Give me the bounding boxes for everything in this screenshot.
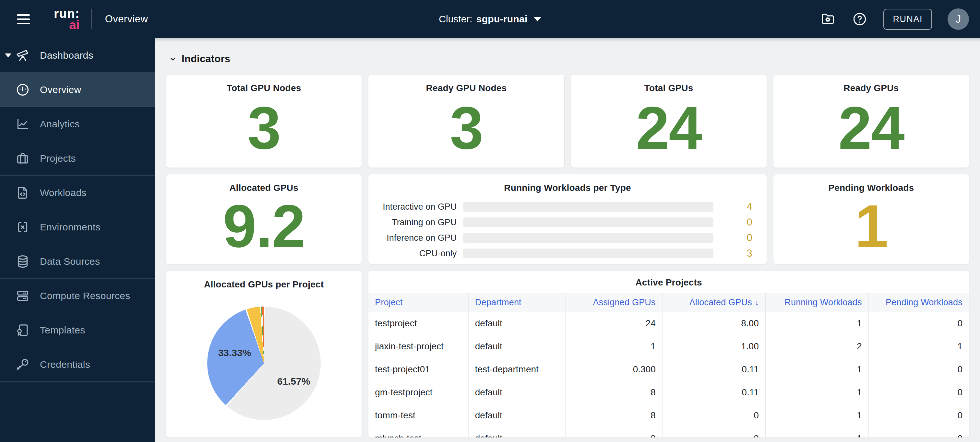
sidebar-item-label: Overview [40,84,81,95]
sidebar-item-projects[interactable]: Projects [0,141,155,176]
bar-row-inference-on-gpu: Inference on GPU0 [381,230,752,246]
stat-card-total-gpu-nodes: Total GPU Nodes 3 [166,74,362,168]
sidebar-item-dashboards[interactable]: Dashboards [0,38,155,73]
bar-label: Inference on GPU [381,233,457,243]
bar-chart: Interactive on GPU4Training on GPU0Infer… [381,199,752,261]
stat-card-value: 9.2 [166,193,361,264]
telescope-icon [15,48,30,63]
stat-card-value: 3 [368,93,564,168]
bar-value: 0 [720,232,752,244]
table-row-test-project01: test-project01test-department0.3000.1110 [368,358,969,381]
table-cell: 8 [565,381,662,404]
table-row-jiaxin-test-project: jiaxin-test-projectdefault11.0021 [368,335,969,358]
table-title: Active Projects [368,277,969,288]
active-projects-card: Active Projects ProjectDepartmentAssigne… [368,271,969,438]
sidebar-item-templates[interactable]: Templates [0,313,155,347]
stat-card-value: 24 [773,93,969,168]
cluster-caret-icon [534,17,541,21]
sidebar-item-label: Projects [40,153,76,164]
stat-card-value: 24 [571,93,767,168]
table-cell: 0 [565,427,662,438]
stat-card-title: Ready GPUs [773,83,969,93]
chart-line-icon [15,117,30,131]
sidebar-item-label: Templates [40,325,85,336]
sidebar-item-data-sources[interactable]: Data Sources [0,244,155,279]
table-cell: 1 [565,335,662,358]
template-badge-icon [15,323,30,337]
table-cell: 1 [765,404,869,427]
bar-label: CPU-only [381,249,457,258]
runai-tenant-button[interactable]: RUNAI [883,9,932,30]
sidebar-item-label: Environments [40,222,100,233]
gauge-icon [15,82,30,97]
folder-settings-button[interactable] [820,11,836,27]
cluster-label: Cluster: [439,14,472,25]
help-button[interactable] [851,11,868,27]
help-icon [852,11,867,27]
indicators-collapse-toggle[interactable] [169,55,177,63]
runai-logo-run: run: [54,8,80,19]
table-cell: tomm-test [368,404,468,427]
table-cell: test-project01 [368,358,468,381]
table-cell: default [468,312,565,335]
server-icon [15,288,30,303]
topbar: run: ai Overview Cluster: sgpu-runai RUN… [0,0,980,38]
stat-card-total-gpus: Total GPUs 24 [571,74,767,168]
page-title: Overview [105,13,148,25]
active-projects-table: ProjectDepartmentAssigned GPUsAllocated … [368,293,969,438]
bar-value: 0 [720,217,752,228]
bar-label: Training on GPU [381,217,457,228]
chevron-down-icon [169,55,177,63]
table-cell: 2 [765,335,869,358]
table-cell: mlynch-test [368,427,468,438]
table-cell: 0 [869,358,969,381]
table-cell: 1 [765,312,869,335]
column-header-department[interactable]: Department [468,293,565,312]
bar-track [463,249,713,258]
table-cell: test-department [468,358,565,381]
column-header-running-workloads[interactable]: Running Workloads [765,293,869,312]
table-cell: 1 [869,335,969,358]
sidebar-item-compute-resources[interactable]: Compute Resources [0,279,155,313]
bar-label: Interactive on GPU [381,202,457,212]
bar-value: 3 [720,247,752,259]
cluster-name: sgpu-runai [476,14,528,25]
table-cell: 0 [869,404,969,427]
column-header-allocated-gpus[interactable]: Allocated GPUs↓ [662,293,765,312]
sidebar-item-label: Data Sources [40,256,100,267]
folder-gear-icon [820,11,836,27]
table-cell: 24 [565,312,662,335]
expand-caret-icon [5,54,11,57]
stat-card-ready-gpus: Ready GPUs 24 [773,74,969,168]
runai-logo-ai: ai [69,19,80,30]
sidebar-item-workloads[interactable]: Workloads [0,176,155,210]
briefcase-icon [15,151,30,166]
column-header-pending-workloads[interactable]: Pending Workloads [869,293,969,312]
table-cell: 0 [662,427,765,438]
table-cell: jiaxin-test-project [368,335,468,358]
hamburger-menu-button[interactable] [17,12,30,27]
sidebar-item-label: Dashboards [40,50,93,61]
sidebar-item-environments[interactable]: Environments [0,210,155,244]
runai-logo[interactable]: run: ai [54,8,80,30]
table-cell: 0.300 [565,358,662,381]
sidebar: DashboardsOverviewAnalyticsProjectsWorkl… [0,38,155,442]
allocated-gpus-pie-card: Allocated GPUs per Project 33.33% 61.57% [166,271,362,438]
column-header-assigned-gpus[interactable]: Assigned GPUs [565,293,662,312]
table-row-gm-testproject: gm-testprojectdefault80.1110 [368,381,969,404]
table-cell: 1 [765,358,869,381]
pie-label-gray: 61.57% [277,376,310,387]
user-avatar[interactable]: J [948,8,969,30]
table-cell: 0.11 [662,381,765,404]
column-header-project[interactable]: Project [368,293,468,312]
sidebar-item-credentials[interactable]: Credentials [0,347,155,382]
bar-track [463,233,713,243]
stat-card-pending-workloads: Pending Workloads 1 [773,174,969,265]
sidebar-item-overview[interactable]: Overview [0,73,155,107]
database-icon [15,254,30,269]
sidebar-item-analytics[interactable]: Analytics [0,107,155,141]
table-cell: 1 [765,381,869,404]
main-content: Indicators Total GPU Nodes 3 Ready GPU N… [155,38,980,442]
table-cell: 8.00 [662,312,765,335]
cluster-selector[interactable]: Cluster: sgpu-runai [439,14,541,25]
